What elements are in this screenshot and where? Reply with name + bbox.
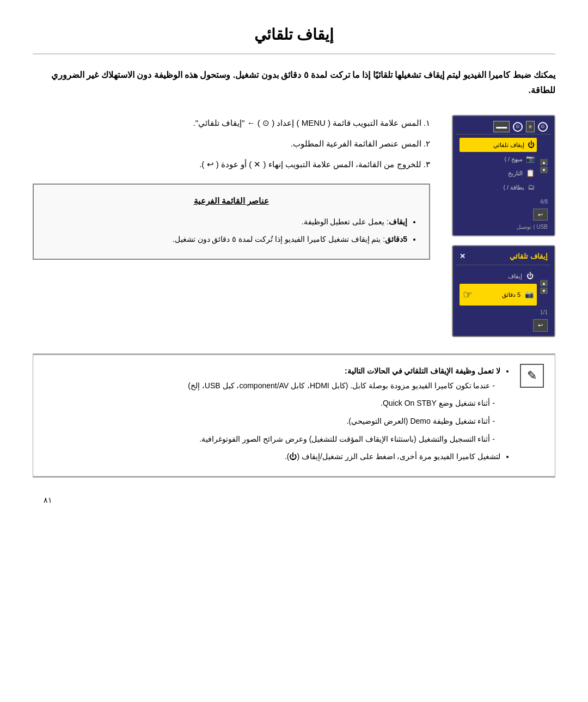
step-2: ٢. المس عنصر القائمة الفرعية المطلوب. [33,136,430,152]
step-1: ١. المس علامة التبويب قائمة ( MENU ) إعد… [33,115,430,131]
menu-item-scene-label: مبهج / ⟩ [504,154,523,164]
menu-icon: ≡ [526,121,535,132]
submenu-items: ⏻ إيقاف 📷 5 دقائق ☞ [460,268,537,306]
settings-icon: ⊙ [538,122,548,132]
menu-item-auto-off-label: إيقاف تلقائي [493,140,524,150]
info-box-list: إيقاف: يعمل على تعطيل الوظيفة. 5دقائق: ي… [45,215,418,247]
submenu-close-button[interactable]: ✕ [460,251,465,263]
usb-label: USB ⟩ توصيل [517,222,548,231]
finger-pointer-icon: ☞ [463,285,473,304]
note-sub-item-2: أثناء تشغيل وضع Quick On STBY. [44,396,495,411]
submenu-5min-label: 5 دقائق [502,290,520,300]
submenu-page-indicator: 1/1 [456,307,551,318]
submenu-item-5min[interactable]: 📷 5 دقائق ☞ [460,284,537,306]
note-main-label: لا تعمل وظيفة الإيقاف التلقائي في الحالا… [345,367,500,375]
nav-arrows: ▲ ▼ [540,159,548,173]
page-title: إيقاف تلقائي [33,22,555,54]
scene-icon: 📷 [526,153,535,165]
submenu-nav-down[interactable]: ▼ [540,288,548,294]
info-box-title: عناصر القائمة الفرعية [45,193,418,209]
menu-item-auto-off[interactable]: ⏻ إيقاف تلقائي [460,138,537,152]
page-number: ٨١ [33,494,555,507]
note-section: ✎ لا تعمل وظيفة الإيقاف التلقائي في الحا… [33,353,555,478]
submenu-back-button[interactable]: ↩ [533,319,548,332]
main-content-area: ⊙ ≡ ⊙ ▬▬ ▲ ▼ ⏻ إيقاف تلقائي 📷 [33,115,555,337]
step-3: ٣. للخروج من القائمة، المس علامة التبويب… [33,156,430,173]
back-button[interactable]: ↩ [533,209,548,221]
nav-up[interactable]: ▲ [540,159,548,166]
off-icon: ⏻ [526,270,534,282]
submenu-nav-up[interactable]: ▲ [540,280,548,286]
note-item-1: لا تعمل وظيفة الإيقاف التلقائي في الحالا… [44,364,500,446]
min5-icon: 📷 [525,289,534,301]
auto-off-icon: ⏻ [528,139,535,151]
note-sub-item-4: أثناء التسجيل والتشغيل (باستثناء الإيقاف… [44,432,495,447]
submenu-item-off[interactable]: ⏻ إيقاف [460,268,537,284]
steps-section: ١. المس علامة التبويب قائمة ( MENU ) إعد… [33,115,430,173]
note-sub-item-3: أثناء تشغيل وظيفة Demo (العرض التوضيحي). [44,414,495,429]
submenu-mockup: إيقاف تلقائي ✕ ▲ ▼ ⏻ إيقاف 📷 5 دقائق [452,245,555,337]
info-item-5min: 5دقائق: يتم إيقاف تشغيل كاميرا الفيديو إ… [45,232,407,247]
menu-item-card[interactable]: 🗂 بطاقة / ⟩ [460,180,537,194]
info-desc-5min: يتم إيقاف تشغيل كاميرا الفيديو إذا تُركت… [173,235,381,243]
left-panel: ⊙ ≡ ⊙ ▬▬ ▲ ▼ ⏻ إيقاف تلقائي 📷 [446,115,555,337]
right-panel: ١. المس علامة التبويب قائمة ( MENU ) إعد… [33,115,430,337]
submenu-title: إيقاف تلقائي ✕ [456,249,551,265]
info-item-off: إيقاف: يعمل على تعطيل الوظيفة. [45,215,407,229]
nav-down[interactable]: ▼ [540,167,548,173]
intro-text: يمكنك ضبط كاميرا الفيديو ليتم إيقاف تشغي… [33,68,555,99]
note-sub-list: عندما تكون كاميرا الفيديو مزودة بوصلة كا… [44,379,500,446]
menu-item-card-label: بطاقة / ⟩ [503,182,524,193]
note-list: لا تعمل وظيفة الإيقاف التلقائي في الحالا… [44,364,511,464]
menu-item-date-label: التاريخ [508,168,523,179]
note-content: لا تعمل وظيفة الإيقاف التلقائي في الحالا… [44,364,511,467]
submenu-nav-arrows: ▲ ▼ [540,280,548,294]
info-term-off: إيقاف [389,217,407,226]
note-sub-item-1: عندما تكون كاميرا الفيديو مزودة بوصلة كا… [44,379,495,393]
page-indicator: 4/8 [456,196,551,207]
note-item-2: لتشغيل كاميرا الفيديو مرة أخرى، اضغط على… [44,449,500,464]
battery-icon: ▬▬ [493,121,510,132]
menu-items: ⏻ إيقاف تلقائي 📷 مبهج / ⟩ 📋 التاريخ 🗂 بط… [460,138,537,194]
submenu-nav: ▲ ▼ ⏻ إيقاف 📷 5 دقائق ☞ [456,267,551,307]
usb-line: USB ⟩ توصيل [456,222,551,232]
info-box: عناصر القائمة الفرعية إيقاف: يعمل على تع… [33,184,430,260]
info-desc-off: يعمل على تعطيل الوظيفة. [302,217,385,226]
menu-nav: ▲ ▼ ⏻ إيقاف تلقائي 📷 مبهج / ⟩ 📋 التاريخ [456,137,551,196]
date-icon: 📋 [526,167,535,179]
submenu-off-label: إيقاف [508,271,522,282]
menu-icons-top: ⊙ ≡ ⊙ ▬▬ [456,119,551,135]
note-icon: ✎ [520,364,544,388]
menu-item-scene[interactable]: 📷 مبهج / ⟩ [460,152,537,166]
main-menu-mockup: ⊙ ≡ ⊙ ▬▬ ▲ ▼ ⏻ إيقاف تلقائي 📷 [452,115,555,236]
camera-icon: ⊙ [513,122,523,132]
info-term-5min: 5دقائق [385,235,407,243]
card-icon: 🗂 [528,181,535,193]
menu-item-date[interactable]: 📋 التاريخ [460,166,537,180]
submenu-title-text: إيقاف تلقائي [510,251,548,263]
